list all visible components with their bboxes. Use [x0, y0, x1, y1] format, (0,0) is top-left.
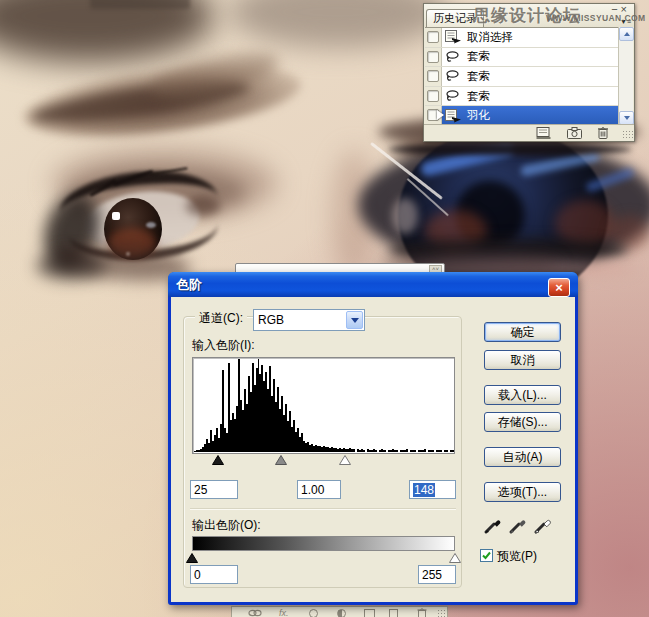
link-icon[interactable]: [248, 609, 262, 617]
selected-text: 148: [413, 483, 435, 497]
white-point-eyedropper-icon[interactable]: [532, 515, 554, 535]
dialog-titlebar[interactable]: 色阶: [168, 272, 578, 297]
history-item-label: 羽化: [467, 108, 490, 123]
history-source-well[interactable]: [425, 67, 442, 86]
layers-palette-footer: fx.: [231, 606, 448, 617]
history-item-label: 套索: [467, 49, 490, 64]
layer-style-icon[interactable]: fx.: [279, 609, 289, 617]
scroll-down-icon[interactable]: [619, 111, 634, 125]
output-gradient-bar: [192, 536, 455, 551]
history-source-well[interactable]: [425, 48, 442, 67]
ok-button[interactable]: 确定: [484, 322, 561, 342]
delete-layer-icon[interactable]: [417, 608, 427, 617]
load-button[interactable]: 载入(L)...: [484, 385, 561, 405]
adjustment-layer-icon[interactable]: [337, 609, 346, 617]
history-item-label: 取消选择: [467, 30, 513, 45]
output-levels-label: 输出色阶(O):: [192, 517, 261, 534]
dialog-close-button[interactable]: ×: [548, 278, 570, 297]
output-white-slider[interactable]: [449, 553, 461, 563]
chevron-down-icon[interactable]: [346, 311, 363, 329]
cancel-button[interactable]: 取消: [484, 350, 561, 370]
history-item-feather[interactable]: 羽化: [425, 106, 618, 125]
section-divider: [190, 508, 456, 509]
history-item-label: 套索: [467, 69, 490, 84]
channel-select[interactable]: RGB: [253, 309, 365, 331]
input-slider-track: [192, 455, 455, 466]
save-button[interactable]: 存储(S)...: [484, 412, 561, 432]
output-white-field[interactable]: 255: [418, 565, 456, 584]
history-source-well[interactable]: [425, 87, 442, 106]
channel-selected-value: RGB: [258, 312, 284, 329]
left-eye-highlight: [112, 212, 120, 220]
output-black-slider[interactable]: [186, 553, 198, 563]
history-state-icon: [444, 109, 462, 123]
history-item-label: 套索: [467, 89, 490, 104]
new-layer-icon[interactable]: [389, 609, 398, 617]
levels-dialog: 色阶 × 通道(C): RGB 输入色阶(I): 25 1.00 148 输出色: [168, 272, 578, 605]
history-source-well[interactable]: [425, 28, 442, 47]
new-group-icon[interactable]: [364, 609, 375, 617]
panel-close-button[interactable]: ×: [621, 3, 630, 15]
history-panel-titlebar: 历史记录 −× ▼≡: [424, 4, 634, 27]
history-panel: 历史记录 −× ▼≡ 取消选择 套索: [423, 3, 635, 142]
input-black-field[interactable]: 25: [190, 480, 238, 499]
input-white-field[interactable]: 148: [409, 480, 456, 499]
lasso-icon: [444, 69, 462, 83]
options-button[interactable]: 选项(T)...: [484, 482, 561, 502]
input-gamma-slider[interactable]: [275, 455, 287, 465]
scroll-up-icon[interactable]: [619, 27, 634, 41]
checkmark-icon: [481, 550, 492, 561]
photoshop-workspace: ˄˅ 历史记录 −× ▼≡ 取消选择 套索: [0, 0, 649, 617]
history-state-icon: [444, 30, 462, 44]
histogram-display: [192, 357, 455, 454]
input-gamma-field[interactable]: 1.00: [297, 480, 341, 499]
histogram-bars: [194, 359, 453, 452]
input-white-slider[interactable]: [339, 455, 351, 465]
dialog-title: 色阶: [176, 277, 202, 292]
new-document-from-state-icon[interactable]: [536, 127, 551, 139]
panel-resize-grip[interactable]: [622, 130, 633, 140]
gray-point-eyedropper-icon[interactable]: [507, 515, 529, 535]
history-list: 取消选择 套索 套索 套索: [425, 27, 618, 125]
panel-menu-icon[interactable]: ▼≡: [620, 18, 631, 25]
lasso-icon: [444, 89, 462, 103]
tab-history[interactable]: 历史记录: [426, 9, 484, 27]
history-scrollbar[interactable]: [618, 27, 633, 125]
history-item-lasso-3[interactable]: 套索: [425, 87, 618, 107]
input-black-slider[interactable]: [212, 455, 224, 465]
layer-mask-icon[interactable]: [309, 609, 318, 617]
history-item-deselect[interactable]: 取消选择: [425, 28, 618, 48]
history-item-lasso-2[interactable]: 套索: [425, 67, 618, 87]
preview-label: 预览(P): [497, 548, 537, 565]
panel-window-buttons: −×: [611, 4, 630, 15]
palette-resize-grip[interactable]: [437, 609, 445, 617]
preview-checkbox[interactable]: [480, 549, 493, 562]
lasso-icon: [444, 50, 462, 64]
new-snapshot-icon[interactable]: [567, 127, 583, 139]
auto-button[interactable]: 自动(A): [484, 447, 561, 467]
history-item-lasso-1[interactable]: 套索: [425, 48, 618, 68]
output-slider-track: [192, 553, 455, 564]
output-black-field[interactable]: 0: [190, 565, 238, 584]
current-state-arrow-icon: [437, 110, 444, 120]
input-levels-label: 输入色阶(I):: [192, 337, 255, 354]
panel-minimize-button[interactable]: −: [611, 3, 620, 15]
history-panel-footer: [424, 124, 634, 141]
dialog-body: 通道(C): RGB 输入色阶(I): 25 1.00 148 输出色阶(O):: [171, 297, 575, 602]
delete-history-icon[interactable]: [597, 126, 609, 139]
channel-label: 通道(C):: [195, 310, 247, 327]
black-point-eyedropper-icon[interactable]: [482, 515, 504, 535]
